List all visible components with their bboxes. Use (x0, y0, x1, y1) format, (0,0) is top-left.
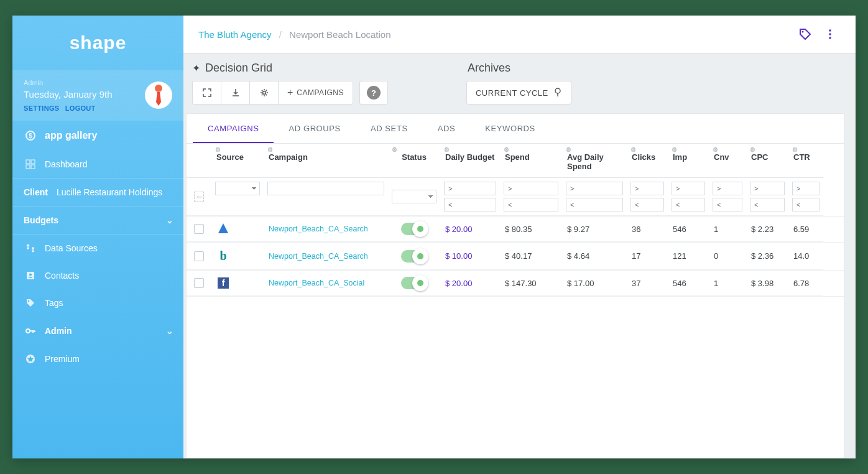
col-header-imp[interactable]: ⚙Imp (668, 144, 709, 178)
grid-header: ⚙Source ⚙Campaign ⚙Status ⚙Daily Budget … (187, 144, 844, 178)
campaign-link[interactable]: Newport_Beach_CA_Search (269, 252, 368, 261)
sidebar-item-contacts[interactable]: Contacts (12, 262, 183, 289)
col-header-campaign[interactable]: ⚙Campaign (264, 144, 388, 178)
col-header-ctr[interactable]: ⚙CTR (788, 144, 823, 178)
svg-rect-4 (31, 160, 35, 164)
help-button[interactable]: ? (359, 81, 388, 105)
status-toggle[interactable] (401, 250, 427, 263)
breadcrumb: The Bluth Agency / Newport Beach Locatio… (198, 29, 791, 40)
campaign-link[interactable]: Newport_Beach_CA_Social (269, 279, 364, 287)
content: ✦ Decision Grid Archives + (183, 53, 856, 458)
filter-ctr-lt[interactable] (792, 198, 820, 211)
tag-icon[interactable] (795, 24, 816, 45)
main: The Bluth Agency / Newport Beach Locatio… (183, 16, 856, 458)
add-campaigns-button[interactable]: + CAMPAIGNS (278, 81, 353, 105)
tab-campaigns[interactable]: CAMPAIGNS (193, 114, 274, 143)
svg-rect-3 (26, 160, 30, 164)
row-checkbox[interactable] (194, 278, 204, 288)
daily-budget-value[interactable]: $ 10.00 (445, 251, 472, 261)
location-pin-icon (553, 87, 562, 99)
filter-spend-lt[interactable] (504, 198, 558, 211)
row-checkbox[interactable] (194, 251, 204, 261)
grid: CAMPAIGNS AD GROUPS AD SETS ADS KEYWORDS… (186, 113, 844, 458)
contacts-label: Contacts (45, 271, 79, 281)
filter-cnv-gt[interactable] (713, 182, 742, 195)
gear-icon: ⚙ (504, 146, 509, 153)
cnv-value: 1 (709, 271, 746, 296)
data-sources-icon (24, 243, 37, 253)
filter-clicks-gt[interactable] (630, 182, 664, 195)
tab-ads[interactable]: ADS (423, 114, 471, 143)
filter-cnv-lt[interactable] (713, 198, 742, 211)
sidebar-item-tags[interactable]: Tags (12, 289, 183, 317)
tab-ad-groups[interactable]: AD GROUPS (274, 114, 355, 143)
filter-imp-gt[interactable] (672, 182, 705, 195)
app-frame: shape Admin Tuesday, January 9th SETTING… (12, 16, 856, 458)
col-header-source[interactable]: ⚙Source (211, 144, 264, 178)
gear-icon: ⚙ (750, 146, 755, 153)
brand-logo: shape (12, 16, 183, 70)
imp-value: 546 (668, 271, 709, 296)
section-heads: ✦ Decision Grid Archives (186, 62, 844, 75)
spend-value: $ 147.30 (500, 271, 562, 296)
breadcrumb-sep: / (279, 29, 282, 40)
filter-source-select[interactable] (215, 182, 260, 195)
col-header-cpc[interactable]: ⚙CPC (746, 144, 788, 178)
svg-point-14 (829, 33, 831, 35)
settings-gear-button[interactable] (249, 81, 278, 105)
fullscreen-button[interactable] (192, 81, 221, 105)
col-header-clicks[interactable]: ⚙Clicks (627, 144, 668, 178)
toolbar: + CAMPAIGNS ? CURRENT CYCLE (186, 75, 844, 113)
sidebar-client-row[interactable]: Client Lucille Restaurant Holdings (12, 179, 183, 206)
status-toggle[interactable] (401, 223, 427, 235)
col-header-status[interactable]: ⚙Status (388, 144, 440, 178)
logout-link[interactable]: LOGOUT (65, 105, 96, 112)
filter-clicks-lt[interactable] (630, 198, 664, 211)
add-campaigns-label: CAMPAIGNS (297, 88, 344, 97)
archives-label: Archives (468, 62, 510, 75)
sidebar-item-app-gallery[interactable]: $ app gallery (12, 121, 183, 151)
contacts-icon (24, 271, 37, 281)
filter-daily-lt[interactable] (444, 198, 496, 211)
decision-grid-heading: ✦ Decision Grid (192, 62, 272, 75)
col-header-daily-budget[interactable]: ⚙Daily Budget (440, 144, 500, 178)
settings-link[interactable]: SETTINGS (24, 105, 59, 112)
sidebar-item-data-sources[interactable]: Data Sources (12, 235, 183, 262)
avatar[interactable] (145, 81, 172, 109)
more-vert-icon[interactable] (820, 24, 841, 45)
filter-status-select[interactable] (392, 190, 436, 203)
col-header-avg-daily-spend[interactable]: ⚙Avg Daily Spend (562, 144, 627, 178)
ctr-value: 14.0 (788, 243, 823, 270)
current-cycle-button[interactable]: CURRENT CYCLE (466, 81, 571, 105)
daily-budget-value[interactable]: $ 20.00 (445, 225, 472, 234)
campaign-link[interactable]: Newport_Beach_CA_Search (269, 225, 368, 233)
adwords-icon (218, 223, 228, 233)
filter-avg-gt[interactable] (566, 182, 623, 195)
col-header-spend[interactable]: ⚙Spend (500, 144, 562, 178)
tab-ad-sets[interactable]: AD SETS (356, 114, 423, 143)
sidebar-item-admin[interactable]: Admin ⌄ (12, 317, 183, 345)
tab-keywords[interactable]: KEYWORDS (470, 114, 550, 143)
sidebar-item-dashboard[interactable]: Dashboard (12, 151, 183, 178)
sidebar-item-premium[interactable]: Premium (12, 345, 183, 373)
filter-ctr-gt[interactable] (792, 182, 820, 195)
breadcrumb-root[interactable]: The Bluth Agency (198, 29, 272, 40)
daily-budget-value[interactable]: $ 20.00 (445, 279, 472, 288)
filter-avg-lt[interactable] (566, 198, 623, 211)
filter-cpc-lt[interactable] (750, 198, 785, 211)
filter-spend-gt[interactable] (504, 182, 558, 195)
status-toggle[interactable] (401, 277, 427, 289)
filter-cpc-gt[interactable] (750, 182, 785, 195)
filter-campaign-input[interactable] (267, 182, 384, 195)
table-row: Newport_Beach_CA_Search$ 20.00$ 80.35$ 9… (187, 216, 844, 243)
sidebar-item-budgets[interactable]: Budgets ⌄ (12, 207, 183, 234)
filter-daily-gt[interactable] (444, 182, 496, 195)
grid-scroll[interactable]: ⚙Source ⚙Campaign ⚙Status ⚙Daily Budget … (187, 144, 844, 458)
filter-imp-lt[interactable] (672, 198, 705, 211)
gear-icon: ⚙ (444, 146, 450, 153)
download-button[interactable] (221, 81, 249, 105)
select-all-box[interactable]: ▭ (187, 178, 211, 216)
gear-icon: ⚙ (672, 146, 677, 153)
row-checkbox[interactable] (194, 224, 204, 234)
col-header-cnv[interactable]: ⚙Cnv (709, 144, 746, 178)
